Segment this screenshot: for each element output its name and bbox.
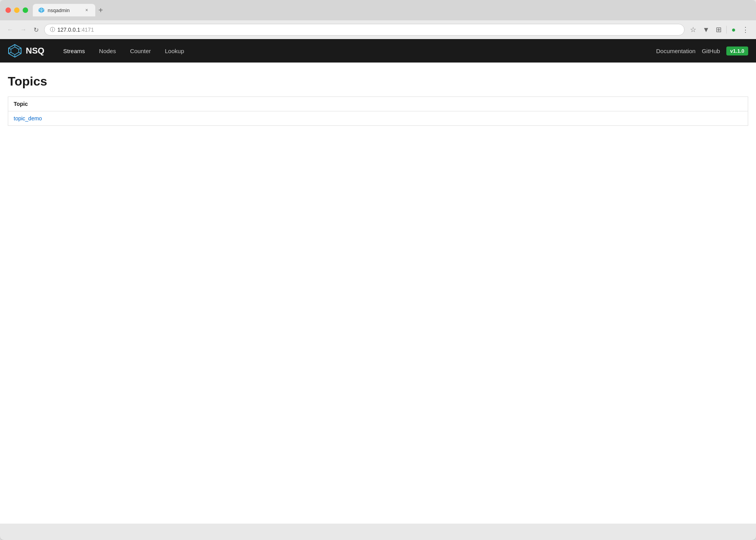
title-bar: nsqadmin × +	[0, 0, 756, 20]
refresh-icon: ↻	[34, 26, 39, 34]
minimize-button[interactable]	[14, 7, 20, 13]
tab-close-button[interactable]: ×	[84, 7, 90, 13]
menu-icon: ⋮	[742, 25, 749, 34]
nav-link-github[interactable]: GitHub	[702, 48, 720, 54]
maximize-button[interactable]	[23, 7, 28, 13]
address-bar: ← → ↻ ⓘ 127.0.0.1:4171 ☆ ▼ ⊞ ●	[0, 20, 756, 39]
url-text: 127.0.0.1:4171	[57, 27, 94, 33]
topic-cell: topic_demo	[8, 111, 748, 126]
table-row: topic_demo	[8, 111, 748, 126]
tab-favicon	[38, 7, 45, 13]
page-title: Topics	[8, 74, 748, 89]
profile-icon: ●	[731, 26, 736, 34]
topic-link[interactable]: topic_demo	[14, 115, 42, 122]
main-content: Topics Topic topic_demo	[0, 63, 756, 138]
svg-marker-1	[11, 47, 19, 55]
navbar-right: Documentation GitHub v1.1.0	[656, 46, 748, 55]
toolbar-divider	[726, 26, 727, 34]
navbar: NSQ Streams Nodes Counter Lookup Docume	[0, 39, 756, 63]
browser-window: nsqadmin × + ← → ↻ ⓘ 127.0.0.1:4171	[0, 0, 756, 540]
secure-icon: ⓘ	[50, 26, 55, 33]
refresh-button[interactable]: ↻	[32, 25, 40, 35]
profile-button[interactable]: ●	[730, 24, 737, 36]
menu-button[interactable]: ⋮	[740, 24, 751, 36]
tab-title: nsqadmin	[48, 7, 70, 13]
apps-button[interactable]: ⊞	[714, 24, 723, 36]
navbar-nav: Streams Nodes Counter Lookup	[56, 39, 656, 63]
bookmark-button[interactable]: ☆	[688, 24, 698, 36]
toolbar-actions: ☆ ▼ ⊞ ● ⋮	[688, 24, 751, 36]
table-header-row: Topic	[8, 97, 748, 111]
table-body: topic_demo	[8, 111, 748, 126]
extensions-icon: ▼	[703, 26, 710, 34]
tab-bar: nsqadmin × +	[33, 4, 751, 16]
back-icon: ←	[7, 26, 13, 33]
extensions-button[interactable]: ▼	[701, 24, 711, 36]
nav-link-lookup[interactable]: Lookup	[158, 39, 191, 63]
nav-link-streams[interactable]: Streams	[56, 39, 92, 63]
close-button[interactable]	[5, 7, 11, 13]
nav-link-documentation[interactable]: Documentation	[656, 48, 695, 54]
url-bar[interactable]: ⓘ 127.0.0.1:4171	[44, 24, 685, 36]
forward-icon: →	[20, 26, 27, 33]
apps-icon: ⊞	[716, 25, 722, 34]
navbar-brand[interactable]: NSQ	[8, 44, 45, 58]
nav-link-nodes[interactable]: Nodes	[92, 39, 123, 63]
topics-table: Topic topic_demo	[8, 97, 748, 126]
nav-link-counter[interactable]: Counter	[123, 39, 158, 63]
active-tab[interactable]: nsqadmin ×	[33, 4, 95, 16]
back-button[interactable]: ←	[5, 25, 15, 35]
bookmark-icon: ☆	[690, 25, 696, 34]
column-header-topic: Topic	[8, 97, 748, 111]
new-tab-button[interactable]: +	[95, 4, 106, 16]
table-header: Topic	[8, 97, 748, 111]
forward-button[interactable]: →	[19, 25, 28, 35]
version-badge: v1.1.0	[726, 46, 748, 55]
nsq-logo-icon	[8, 44, 22, 58]
window-controls	[5, 7, 28, 13]
page-content: NSQ Streams Nodes Counter Lookup Docume	[0, 39, 756, 524]
